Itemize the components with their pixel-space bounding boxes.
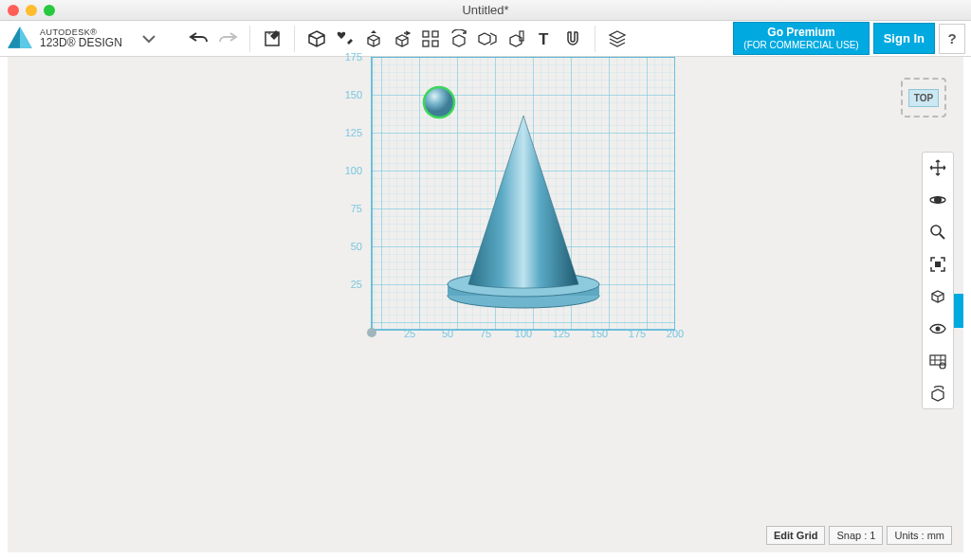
pencil-heart-icon <box>336 29 355 48</box>
svg-rect-7 <box>423 41 429 46</box>
sketch-button[interactable] <box>331 25 359 53</box>
grid-x-tick: 150 <box>588 328 611 339</box>
brand-line2: 123D® DESIGN <box>40 37 122 48</box>
magnet-icon <box>563 29 582 48</box>
undo-icon <box>189 31 210 46</box>
combine-button[interactable] <box>473 25 502 53</box>
chevron-down-icon <box>141 34 156 44</box>
display-button[interactable] <box>926 350 949 372</box>
edit-page-button[interactable]: + <box>258 25 286 53</box>
magnifier-icon <box>928 223 947 242</box>
cube-refresh-icon <box>928 384 947 403</box>
toolbar-separator <box>595 26 595 52</box>
snap-value-button[interactable]: Snap : 1 <box>829 526 883 545</box>
main-toolbar: AUTODESK® 123D® DESIGN + T <box>0 21 971 57</box>
regen-button[interactable] <box>926 382 949 405</box>
window-controls <box>8 5 55 16</box>
cube-arrow-icon <box>393 29 412 48</box>
window-title: Untitled* <box>0 3 971 17</box>
snap-button[interactable] <box>559 25 587 53</box>
grid-x-tick: 100 <box>512 328 535 339</box>
grid-eye-icon <box>928 352 947 370</box>
redo-icon <box>217 31 238 46</box>
sign-in-button[interactable]: Sign In <box>873 23 935 54</box>
pan-icon <box>928 158 947 177</box>
grid-y-tick: 150 <box>339 89 362 100</box>
grid-y-tick: 25 <box>339 279 362 290</box>
brand: AUTODESK® 123D® DESIGN <box>6 25 122 53</box>
edit-grid-button[interactable]: Edit Grid <box>766 526 825 545</box>
grid-x-tick: 25 <box>398 328 421 339</box>
show-hide-button[interactable] <box>926 285 949 308</box>
window-titlebar: Untitled* <box>0 0 971 21</box>
status-bar: Edit Grid Snap : 1 Units : mm <box>766 526 952 545</box>
modify-button[interactable] <box>388 25 416 53</box>
units-button[interactable]: Units : mm <box>887 526 952 545</box>
grid-svg <box>343 57 675 351</box>
help-button[interactable]: ? <box>939 24 965 54</box>
toolbar-separator <box>294 26 295 52</box>
svg-rect-8 <box>432 41 438 46</box>
grid-cubes-icon <box>421 29 440 48</box>
svg-point-15 <box>424 87 454 117</box>
pattern-button[interactable] <box>416 25 445 53</box>
cube-rotate-icon <box>449 29 468 48</box>
svg-marker-1 <box>8 27 20 48</box>
autodesk-logo-icon <box>6 25 34 53</box>
materials-button[interactable] <box>603 25 632 53</box>
fit-button[interactable] <box>926 253 949 276</box>
orbit-icon <box>928 190 947 209</box>
svg-marker-2 <box>20 27 32 48</box>
grid-x-tick: 125 <box>550 328 573 339</box>
primitives-button[interactable] <box>302 25 331 53</box>
cube-small-icon <box>928 287 947 306</box>
grid-y-tick: 125 <box>339 127 362 138</box>
viewcube-face-top[interactable]: TOP <box>908 89 939 107</box>
grid-y-tick: 75 <box>339 203 362 214</box>
go-premium-sublabel: (FOR COMMERCIAL USE) <box>743 40 858 51</box>
zoom-button[interactable] <box>926 221 949 244</box>
app-menu-dropdown[interactable] <box>141 31 156 46</box>
viewcube[interactable]: TOP <box>901 78 946 117</box>
redo-button[interactable] <box>213 25 242 53</box>
construct-button[interactable] <box>359 25 388 53</box>
visibility-button[interactable] <box>926 317 949 340</box>
cubes-merge-icon <box>478 29 497 48</box>
canvas-area[interactable]: 175 150 125 100 75 50 25 25 50 75 100 12… <box>0 57 971 560</box>
svg-rect-22 <box>935 262 941 267</box>
side-tab-handle[interactable] <box>954 294 963 328</box>
minimize-window-button[interactable] <box>26 5 37 16</box>
pan-button[interactable] <box>926 156 949 179</box>
go-premium-label: Go Premium <box>743 26 858 39</box>
fit-icon <box>928 255 947 274</box>
page-edit-icon: + <box>263 29 282 48</box>
svg-text:T: T <box>539 30 549 48</box>
eye-icon <box>928 319 947 338</box>
undo-button[interactable] <box>185 25 213 53</box>
cube-icon <box>307 29 326 48</box>
close-window-button[interactable] <box>8 5 19 16</box>
text-button[interactable]: T <box>530 25 559 53</box>
workplane-grid[interactable]: 175 150 125 100 75 50 25 25 50 75 100 12… <box>343 57 675 341</box>
grid-y-tick: 50 <box>339 241 362 252</box>
grid-y-tick: 100 <box>339 165 362 176</box>
svg-point-23 <box>936 327 941 332</box>
navigation-panel <box>922 152 954 409</box>
grid-x-tick: 175 <box>626 328 649 339</box>
svg-point-21 <box>931 226 941 235</box>
svg-text:+: + <box>267 30 271 37</box>
maximize-window-button[interactable] <box>44 5 55 16</box>
toolbar-separator <box>249 26 250 52</box>
grid-y-tick: 175 <box>339 51 362 63</box>
svg-point-25 <box>940 363 945 369</box>
layers-icon <box>608 29 627 48</box>
go-premium-button[interactable]: Go Premium (FOR COMMERCIAL USE) <box>733 22 869 54</box>
grid-x-tick: 200 <box>664 328 687 339</box>
grid-x-tick: 75 <box>474 328 497 339</box>
ruler-cube-icon <box>506 29 525 48</box>
text-icon: T <box>535 29 554 48</box>
grouping-button[interactable] <box>445 25 473 53</box>
orbit-button[interactable] <box>926 189 949 211</box>
measure-button[interactable] <box>502 25 530 53</box>
svg-point-14 <box>367 328 376 337</box>
